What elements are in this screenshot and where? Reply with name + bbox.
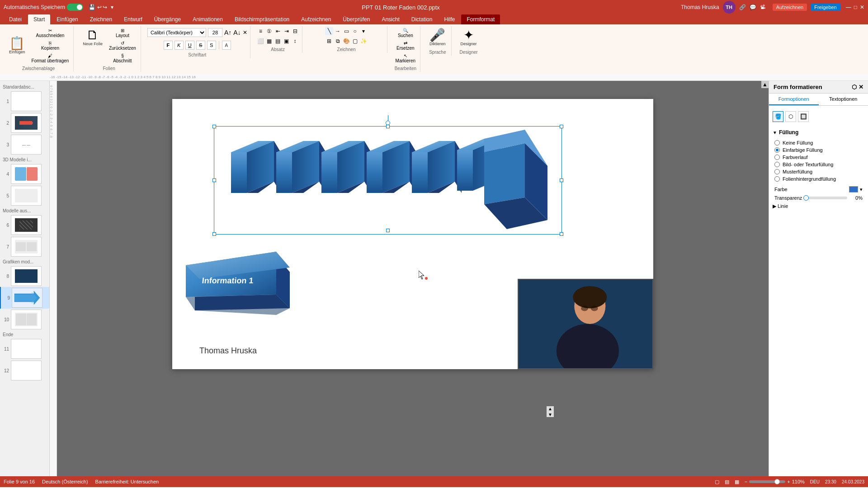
bullets-icon[interactable]: ≡ <box>257 27 265 35</box>
reset-button[interactable]: ↺ Zurücksetzen <box>107 40 138 52</box>
zoom-out-icon[interactable]: − <box>745 479 747 484</box>
slide-item-6[interactable]: 6 <box>0 214 49 236</box>
cut-button[interactable]: ✂ Ausschneiden <box>30 27 71 39</box>
font-select[interactable]: Calibri (Textkörper) <box>147 28 206 37</box>
quick-styles-icon[interactable]: ⧉ <box>334 37 342 45</box>
handle-bl[interactable] <box>212 232 216 236</box>
slide-item-3[interactable]: 3 — — <box>0 134 49 155</box>
shape-icon-fill[interactable]: 🪣 <box>773 111 783 122</box>
align-right-icon[interactable]: ▤ <box>274 37 282 45</box>
arrow-shape[interactable] <box>217 130 561 234</box>
comments-icon[interactable]: 💬 <box>750 4 756 10</box>
draw-ellipse-icon[interactable]: ○ <box>351 27 359 35</box>
fill-background-option[interactable]: Folienhintergrundfüllung <box>773 175 864 183</box>
decrease-indent-icon[interactable]: ⇤ <box>274 27 282 35</box>
format-panel-expand-icon[interactable]: ⬡ <box>852 84 857 90</box>
clear-format-icon[interactable]: ✕ <box>243 29 247 36</box>
tab-ansicht[interactable]: Ansicht <box>376 14 405 24</box>
tab-animationen[interactable]: Animationen <box>187 14 228 24</box>
tab-text-options[interactable]: Textoptionen <box>819 94 868 105</box>
handle-tr[interactable] <box>560 125 563 128</box>
select-button[interactable]: ↖ Markieren <box>394 52 417 64</box>
bold-button[interactable]: F <box>164 41 173 50</box>
shape-fill-icon[interactable]: 🎨 <box>342 37 350 45</box>
format-painter-button[interactable]: 🖌 Format übertragen <box>30 52 71 64</box>
draw-line-icon[interactable]: ╲ <box>325 27 333 35</box>
shape-effects-icon[interactable]: ✨ <box>359 37 368 45</box>
fill-none-option[interactable]: Keine Füllung <box>773 139 864 146</box>
italic-button[interactable]: K <box>175 41 184 50</box>
handle-tl[interactable] <box>212 125 216 128</box>
underline-button[interactable]: U <box>185 41 194 50</box>
numbering-icon[interactable]: ① <box>265 27 274 35</box>
rotate-handle[interactable] <box>386 115 390 125</box>
align-left-icon[interactable]: ⬜ <box>257 37 265 45</box>
tab-zeichnen[interactable]: Zeichnen <box>85 14 118 24</box>
fill-gradient-option[interactable]: Farbverlauf <box>773 154 864 161</box>
font-size-decrease[interactable]: A↓ <box>233 29 241 36</box>
section-button[interactable]: § Abschnitt <box>107 52 138 64</box>
font-color-button[interactable]: A <box>222 41 231 50</box>
tab-entwurf[interactable]: Entwurf <box>118 14 148 24</box>
zoom-level[interactable]: 110% <box>792 479 805 484</box>
zoom-in-icon[interactable]: + <box>787 479 790 484</box>
undo-icon[interactable]: ↩ <box>97 4 102 10</box>
slide-item-7[interactable]: 7 <box>0 236 49 258</box>
tab-ueberpruefen[interactable]: Überprüfen <box>337 14 375 24</box>
record-btn[interactable]: Aufzeichnen <box>773 4 807 11</box>
tab-dictation[interactable]: Dictation <box>406 14 438 24</box>
tab-hilfe[interactable]: Hilfe <box>439 14 460 24</box>
fill-pattern-radio[interactable] <box>774 169 780 174</box>
redo-icon[interactable]: ↪ <box>103 4 107 10</box>
strikethrough-button[interactable]: S <box>196 41 205 50</box>
designer-button[interactable]: ✦ Designer <box>458 27 480 48</box>
tab-uebergaenge[interactable]: Übergänge <box>149 14 186 24</box>
scroll-up-btn[interactable]: ▲ <box>548 406 552 411</box>
fill-none-radio[interactable] <box>774 140 780 145</box>
justify-icon[interactable]: ▣ <box>283 37 291 45</box>
line-spacing-icon[interactable]: ↕ <box>291 37 299 45</box>
fill-gradient-radio[interactable] <box>774 155 780 160</box>
slide-item-10[interactable]: 10 <box>0 309 49 330</box>
search-button[interactable]: 🔍 Suchen <box>394 27 417 39</box>
canvas-area[interactable]: 8 7 6 5 4 3 2 1 0 -1 -2 -3 -4 -5 -6 -7 -… <box>50 81 769 476</box>
fill-section-header[interactable]: ▼ Füllung <box>773 127 864 137</box>
slide-item-1[interactable]: 1 <box>0 90 49 112</box>
font-size-input[interactable] <box>208 28 222 37</box>
draw-shapes-more[interactable]: ▾ <box>359 27 368 35</box>
maximize-btn[interactable]: □ <box>854 4 857 10</box>
freigeben-btn[interactable]: Freigeben <box>811 4 840 11</box>
handle-tc[interactable] <box>386 125 390 128</box>
tab-start[interactable]: Start <box>28 14 50 24</box>
shape-icon-outline[interactable]: ⬡ <box>785 111 796 122</box>
dictate-button[interactable]: 🎤 Diktieren <box>427 27 448 48</box>
slide-item-5[interactable]: 5 <box>0 185 49 206</box>
handle-ml[interactable] <box>212 178 216 182</box>
replace-button[interactable]: ⇄ Ersetzen <box>394 40 417 52</box>
paste-button[interactable]: 📋 Einfügen <box>6 35 28 56</box>
slide-item-8[interactable]: 8 <box>0 265 49 287</box>
fill-solid-option[interactable]: Einfarbige Füllung <box>773 146 864 154</box>
slide-item-11[interactable]: 11 <box>0 338 49 360</box>
share-icon[interactable]: 🔗 <box>739 4 746 10</box>
new-slide-button[interactable]: 🗋 Neue Folie <box>80 27 105 64</box>
tab-form-options[interactable]: Formoptionen <box>769 94 819 105</box>
draw-arrow-icon[interactable]: → <box>334 27 342 35</box>
format-panel-close-icon[interactable]: ✕ <box>859 84 863 90</box>
slide-item-9[interactable]: 9 <box>0 287 49 309</box>
tab-formformat[interactable]: Formformat <box>461 14 500 24</box>
color-dropdown-icon[interactable]: ▾ <box>860 187 863 192</box>
fill-pattern-option[interactable]: Musterfüllung <box>773 168 864 175</box>
tab-aufzeichnen[interactable]: Aufzeichnen <box>296 14 336 24</box>
fill-picture-radio[interactable] <box>774 162 780 167</box>
shadow-button[interactable]: S <box>207 41 216 50</box>
columns-icon[interactable]: ⊟ <box>291 27 299 35</box>
fill-background-radio[interactable] <box>774 176 780 182</box>
fill-picture-option[interactable]: Bild- oder Texturfüllung <box>773 161 864 168</box>
autosave-toggle[interactable]: Automatisches Speichern <box>4 4 83 11</box>
slide-item-2[interactable]: 2 <box>0 112 49 134</box>
save-icon[interactable]: 💾 <box>89 4 95 10</box>
view-slide-icon[interactable]: ▦ <box>735 479 739 485</box>
arrange-icon[interactable]: ⊞ <box>325 37 333 45</box>
info-button-shape[interactable]: Information 1 <box>186 243 299 333</box>
